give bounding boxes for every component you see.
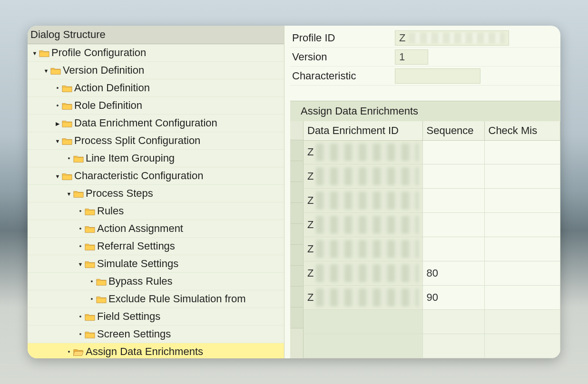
profile-id-field[interactable]: Z bbox=[395, 30, 509, 46]
tree-node-screen-settings[interactable]: Screen Settings bbox=[28, 326, 284, 343]
table-row-empty[interactable] bbox=[304, 334, 560, 358]
folder-icon bbox=[62, 172, 72, 180]
tree-node-label: Assign Data Enrichments bbox=[86, 346, 203, 358]
sap-dialog-panel: Dialog Structure Profile ConfigurationVe… bbox=[28, 26, 560, 358]
row-selector[interactable] bbox=[290, 245, 303, 266]
tree-node-process-split-configuration[interactable]: Process Split Configuration bbox=[28, 132, 284, 150]
cell-sequence[interactable] bbox=[422, 310, 484, 334]
tree-node-simulate-settings[interactable]: Simulate Settings bbox=[28, 255, 284, 273]
table-row[interactable]: Z bbox=[304, 164, 560, 189]
redacted-id bbox=[316, 167, 419, 185]
tree-node-characteristic-configuration[interactable]: Characteristic Configuration bbox=[28, 167, 284, 185]
form-row-profile-id: Profile ID Z bbox=[290, 29, 560, 48]
redacted-id bbox=[316, 192, 419, 210]
cell-check-mis[interactable] bbox=[484, 140, 560, 164]
redacted-id bbox=[316, 144, 419, 162]
cell-sequence[interactable] bbox=[422, 140, 484, 164]
tree-node-referral-settings[interactable]: Referral Settings bbox=[28, 238, 284, 255]
folder-icon bbox=[85, 313, 95, 320]
cell-check-mis[interactable] bbox=[484, 286, 560, 310]
tree-node-version-definition[interactable]: Version Definition bbox=[28, 62, 284, 79]
cell-check-mis[interactable] bbox=[484, 189, 560, 213]
tree-node-bypass-rules[interactable]: Bypass Rules bbox=[28, 273, 284, 290]
folder-icon bbox=[39, 49, 49, 57]
row-selector[interactable] bbox=[290, 140, 303, 161]
table-row[interactable]: Z80 bbox=[304, 261, 560, 286]
detail-pane: Profile ID Z Version 1 Characteristic As… bbox=[284, 26, 560, 358]
tree-node-label: Action Assignment bbox=[97, 222, 183, 235]
folder-icon bbox=[85, 330, 95, 338]
cell-check-mis[interactable] bbox=[484, 164, 560, 189]
table-row[interactable]: Z bbox=[304, 213, 560, 237]
row-selector[interactable] bbox=[290, 287, 303, 307]
cell-data-enrichment-id[interactable] bbox=[304, 334, 422, 358]
row-selector[interactable] bbox=[290, 161, 303, 182]
cell-data-enrichment-id[interactable]: Z bbox=[304, 164, 422, 189]
tree-node-role-definition[interactable]: Role Definition bbox=[28, 97, 284, 115]
cell-data-enrichment-id[interactable]: Z bbox=[304, 286, 422, 310]
row-selector[interactable] bbox=[290, 307, 303, 328]
row-selector[interactable] bbox=[290, 203, 303, 224]
cell-sequence[interactable] bbox=[422, 237, 484, 261]
cell-check-mis[interactable] bbox=[484, 310, 560, 334]
table-row[interactable]: Z bbox=[304, 140, 560, 164]
collapse-icon[interactable] bbox=[77, 260, 84, 268]
tree-node-data-enrichment-configuration[interactable]: Data Enrichment Configuration bbox=[28, 115, 284, 132]
folder-icon bbox=[96, 278, 107, 285]
table-row[interactable]: Z bbox=[304, 189, 560, 213]
row-selector[interactable] bbox=[290, 266, 303, 287]
tree-node-label: Referral Settings bbox=[97, 240, 175, 252]
cell-data-enrichment-id[interactable]: Z bbox=[304, 140, 422, 164]
table-row-empty[interactable] bbox=[304, 310, 560, 334]
row-selector[interactable] bbox=[290, 182, 303, 203]
cell-data-enrichment-id[interactable] bbox=[304, 310, 422, 334]
col-header-sequence[interactable]: Sequence bbox=[422, 121, 484, 140]
tree-node-assign-data-enrichments[interactable]: Assign Data Enrichments bbox=[28, 343, 284, 358]
collapse-icon[interactable] bbox=[54, 137, 61, 144]
expand-icon[interactable] bbox=[54, 120, 61, 127]
tree-node-rules[interactable]: Rules bbox=[28, 202, 284, 220]
characteristic-field[interactable] bbox=[395, 68, 480, 84]
collapse-icon[interactable] bbox=[54, 173, 61, 180]
cell-check-mis[interactable] bbox=[484, 213, 560, 237]
cell-sequence[interactable]: 90 bbox=[422, 286, 484, 310]
id-prefix: Z bbox=[307, 219, 314, 230]
tree-node-profile-configuration[interactable]: Profile Configuration bbox=[28, 44, 284, 62]
tree-node-field-settings[interactable]: Field Settings bbox=[28, 308, 284, 326]
tree-node-line-item-grouping[interactable]: Line Item Grouping bbox=[28, 150, 284, 167]
folder-icon bbox=[62, 119, 72, 127]
leaf-bullet-icon bbox=[77, 313, 84, 320]
id-prefix: Z bbox=[307, 170, 314, 182]
cell-data-enrichment-id[interactable]: Z bbox=[304, 261, 422, 286]
cell-sequence[interactable] bbox=[422, 334, 484, 358]
cell-sequence[interactable]: 80 bbox=[422, 261, 484, 286]
tree-node-exclude-rule-simulation-from[interactable]: Exclude Rule Simulation from bbox=[28, 290, 284, 308]
cell-data-enrichment-id[interactable]: Z bbox=[304, 189, 422, 213]
cell-data-enrichment-id[interactable]: Z bbox=[304, 213, 422, 237]
collapse-icon[interactable] bbox=[43, 67, 49, 74]
cell-sequence[interactable] bbox=[422, 213, 484, 237]
col-header-check-mis[interactable]: Check Mis bbox=[484, 121, 560, 140]
collapse-icon[interactable] bbox=[66, 190, 72, 197]
cell-data-enrichment-id[interactable]: Z bbox=[304, 237, 422, 261]
row-selector[interactable] bbox=[290, 224, 303, 245]
cell-sequence[interactable] bbox=[422, 189, 484, 213]
col-header-data-enrichment-id[interactable]: Data Enrichment ID bbox=[304, 121, 422, 140]
table-row[interactable]: Z bbox=[304, 237, 560, 261]
table-row[interactable]: Z90 bbox=[304, 286, 560, 310]
tree-node-action-assignment[interactable]: Action Assignment bbox=[28, 220, 284, 238]
tree-node-action-definition[interactable]: Action Definition bbox=[28, 79, 284, 97]
folder-icon bbox=[85, 260, 95, 268]
version-field[interactable]: 1 bbox=[395, 49, 428, 65]
folder-icon bbox=[85, 242, 95, 250]
cell-check-mis[interactable] bbox=[484, 261, 560, 286]
redacted-id bbox=[316, 264, 419, 282]
collapse-icon[interactable] bbox=[31, 49, 38, 57]
tree-node-process-steps[interactable]: Process Steps bbox=[28, 185, 284, 202]
leaf-bullet-icon bbox=[88, 295, 95, 303]
cell-check-mis[interactable] bbox=[484, 237, 560, 261]
folder-icon bbox=[50, 67, 61, 74]
cell-sequence[interactable] bbox=[422, 164, 484, 189]
cell-check-mis[interactable] bbox=[484, 334, 560, 358]
folder-icon bbox=[73, 190, 84, 197]
